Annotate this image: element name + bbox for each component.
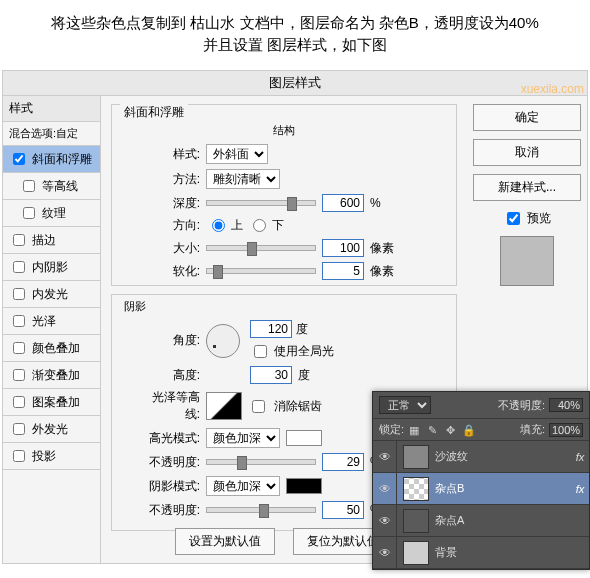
sidebar-item-checkbox[interactable] bbox=[13, 261, 25, 273]
sidebar-item-7[interactable]: 颜色叠加 bbox=[3, 335, 100, 362]
layer-thumbnail[interactable] bbox=[403, 541, 429, 565]
angle-input[interactable]: 120 bbox=[250, 320, 292, 338]
highlight-color-swatch[interactable] bbox=[286, 430, 322, 446]
sidebar-item-label: 描边 bbox=[32, 232, 56, 249]
instruction-line2: 并且设置 图层样式，如下图 bbox=[10, 34, 580, 56]
structure-heading: 结构 bbox=[112, 123, 456, 138]
sidebar-item-9[interactable]: 图案叠加 bbox=[3, 389, 100, 416]
size-slider[interactable] bbox=[206, 245, 316, 251]
sidebar-item-checkbox[interactable] bbox=[13, 288, 25, 300]
sidebar-item-5[interactable]: 内发光 bbox=[3, 281, 100, 308]
sidebar-blend-options[interactable]: 混合选项:自定 bbox=[3, 122, 100, 146]
sidebar-item-checkbox[interactable] bbox=[13, 234, 25, 246]
layer-name[interactable]: 杂点B bbox=[435, 481, 571, 496]
sidebar-item-checkbox[interactable] bbox=[13, 369, 25, 381]
antialias-checkbox[interactable] bbox=[252, 400, 265, 413]
layer-opacity-input[interactable]: 40% bbox=[549, 398, 583, 412]
soften-slider[interactable] bbox=[206, 268, 316, 274]
sidebar-item-checkbox[interactable] bbox=[13, 342, 25, 354]
sidebar-item-label: 斜面和浮雕 bbox=[32, 151, 92, 168]
layer-row[interactable]: 👁杂点Bfx bbox=[373, 473, 589, 505]
bevel-group-label: 斜面和浮雕 bbox=[120, 104, 188, 121]
direction-down-radio[interactable] bbox=[253, 219, 266, 232]
shadow-opacity-input[interactable]: 50 bbox=[322, 501, 364, 519]
eye-icon[interactable]: 👁 bbox=[373, 537, 397, 568]
layer-name[interactable]: 杂点A bbox=[435, 513, 571, 528]
highlight-opacity-slider[interactable] bbox=[206, 459, 316, 465]
sidebar-item-3[interactable]: 描边 bbox=[3, 227, 100, 254]
sidebar-header: 样式 bbox=[3, 96, 100, 122]
layer-fx-indicator[interactable]: fx bbox=[571, 451, 589, 463]
gloss-contour-picker[interactable] bbox=[206, 392, 242, 420]
lock-pixels-icon[interactable]: ✎ bbox=[426, 424, 438, 436]
size-input[interactable]: 100 bbox=[322, 239, 364, 257]
sidebar-item-checkbox[interactable] bbox=[23, 180, 35, 192]
styles-sidebar: 样式 混合选项:自定 斜面和浮雕等高线纹理描边内阴影内发光光泽颜色叠加渐变叠加图… bbox=[3, 96, 101, 563]
dialog-title: 图层样式 bbox=[2, 70, 588, 96]
sidebar-item-1[interactable]: 等高线 bbox=[3, 173, 100, 200]
depth-input[interactable]: 600 bbox=[322, 194, 364, 212]
layer-fx-indicator[interactable]: fx bbox=[571, 483, 589, 495]
highlight-mode-select[interactable]: 颜色加深 bbox=[206, 428, 280, 448]
sidebar-item-label: 内发光 bbox=[32, 286, 68, 303]
layer-row[interactable]: 👁背景 bbox=[373, 537, 589, 569]
angle-wheel[interactable] bbox=[206, 324, 240, 358]
technique-select[interactable]: 雕刻清晰 bbox=[206, 169, 280, 189]
lock-all-icon[interactable]: 🔒 bbox=[462, 424, 474, 436]
shadow-opacity-label: 不透明度: bbox=[142, 502, 200, 519]
soften-unit: 像素 bbox=[370, 263, 394, 280]
altitude-input[interactable]: 30 bbox=[250, 366, 292, 384]
highlight-opacity-input[interactable]: 29 bbox=[322, 453, 364, 471]
shadow-mode-label: 阴影模式: bbox=[142, 478, 200, 495]
sidebar-item-label: 图案叠加 bbox=[32, 394, 80, 411]
style-select[interactable]: 外斜面 bbox=[206, 144, 268, 164]
layer-thumbnail[interactable] bbox=[403, 509, 429, 533]
layer-thumbnail[interactable] bbox=[403, 477, 429, 501]
layer-row[interactable]: 👁沙波纹fx bbox=[373, 441, 589, 473]
shadow-opacity-slider[interactable] bbox=[206, 507, 316, 513]
sidebar-item-10[interactable]: 外发光 bbox=[3, 416, 100, 443]
sidebar-item-checkbox[interactable] bbox=[23, 207, 35, 219]
sidebar-item-0[interactable]: 斜面和浮雕 bbox=[3, 146, 100, 173]
sidebar-item-11[interactable]: 投影 bbox=[3, 443, 100, 470]
depth-slider[interactable] bbox=[206, 200, 316, 206]
lock-label: 锁定: bbox=[379, 422, 404, 437]
direction-up-radio[interactable] bbox=[212, 219, 225, 232]
preview-checkbox[interactable] bbox=[507, 212, 520, 225]
cancel-button[interactable]: 取消 bbox=[473, 139, 581, 166]
sidebar-item-checkbox[interactable] bbox=[13, 450, 25, 462]
sidebar-item-2[interactable]: 纹理 bbox=[3, 200, 100, 227]
lock-position-icon[interactable]: ✥ bbox=[444, 424, 456, 436]
new-style-button[interactable]: 新建样式... bbox=[473, 174, 581, 201]
eye-icon[interactable]: 👁 bbox=[373, 441, 397, 472]
sidebar-item-checkbox[interactable] bbox=[13, 153, 25, 165]
eye-icon[interactable]: 👁 bbox=[373, 505, 397, 536]
sidebar-item-checkbox[interactable] bbox=[13, 315, 25, 327]
sidebar-item-label: 投影 bbox=[32, 448, 56, 465]
sidebar-item-4[interactable]: 内阴影 bbox=[3, 254, 100, 281]
sidebar-item-label: 内阴影 bbox=[32, 259, 68, 276]
fill-input[interactable]: 100% bbox=[549, 423, 583, 437]
sidebar-item-checkbox[interactable] bbox=[13, 423, 25, 435]
sidebar-item-6[interactable]: 光泽 bbox=[3, 308, 100, 335]
depth-label: 深度: bbox=[142, 195, 200, 212]
shadow-color-swatch[interactable] bbox=[286, 478, 322, 494]
layer-name[interactable]: 沙波纹 bbox=[435, 449, 571, 464]
ok-button[interactable]: 确定 bbox=[473, 104, 581, 131]
lock-transparency-icon[interactable]: ▦ bbox=[408, 424, 420, 436]
soften-input[interactable]: 5 bbox=[322, 262, 364, 280]
sidebar-item-checkbox[interactable] bbox=[13, 396, 25, 408]
shading-heading: 阴影 bbox=[124, 299, 456, 314]
eye-icon[interactable]: 👁 bbox=[373, 473, 397, 504]
layer-blend-mode-select[interactable]: 正常 bbox=[379, 396, 431, 414]
sidebar-item-8[interactable]: 渐变叠加 bbox=[3, 362, 100, 389]
shadow-mode-select[interactable]: 颜色加深 bbox=[206, 476, 280, 496]
layers-panel: 正常 不透明度: 40% 锁定: ▦ ✎ ✥ 🔒 填充: 100% 👁沙波纹fx… bbox=[372, 391, 590, 570]
sidebar-item-label: 等高线 bbox=[42, 178, 78, 195]
layer-row[interactable]: 👁杂点A bbox=[373, 505, 589, 537]
global-light-checkbox[interactable] bbox=[254, 345, 267, 358]
highlight-opacity-label: 不透明度: bbox=[142, 454, 200, 471]
layer-name[interactable]: 背景 bbox=[435, 545, 571, 560]
make-default-button[interactable]: 设置为默认值 bbox=[175, 528, 275, 555]
layer-thumbnail[interactable] bbox=[403, 445, 429, 469]
